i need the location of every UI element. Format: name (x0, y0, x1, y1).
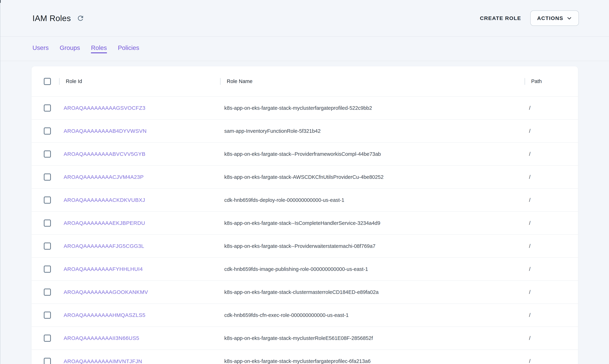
role-name-text: sam-app-InventoryFunctionRole-5f321b42 (224, 128, 320, 134)
row-checkbox[interactable] (44, 220, 51, 227)
row-checkbox[interactable] (44, 196, 51, 204)
row-checkbox[interactable] (44, 312, 51, 319)
path-text: / (529, 151, 530, 157)
role-id-cell: AROAQAAAAAAAAFYHHLHUI4 (59, 258, 220, 281)
row-checkbox[interactable] (44, 289, 51, 296)
path-cell: / (525, 350, 578, 364)
tab-users[interactable]: Users (32, 44, 49, 53)
role-id-link[interactable]: AROAQAAAAAAAAAGSVOCFZ3 (64, 105, 145, 111)
table-row: AROAQAAAAAAAAAGSVOCFZ3 k8s-app-on-eks-fa… (32, 96, 578, 119)
content-area: Role Id Role Name Path AROAQAAAAAAAAAGSV… (0, 61, 609, 364)
path-text: / (529, 358, 530, 364)
role-id-cell: AROAQAAAAAAAABVCVV5GYB (59, 143, 220, 166)
role-name-text: k8s-app-on-eks-fargate-stack-AWSCDKCfnUt… (224, 174, 384, 180)
role-id-cell: AROAQAAAAAAAAAGSVOCFZ3 (59, 96, 220, 119)
path-text: / (529, 335, 530, 341)
table-header-row: Role Id Role Name Path (32, 66, 578, 96)
role-id-link[interactable]: AROAQAAAAAAAAEKJBPERDU (64, 220, 145, 226)
role-name-text: k8s-app-on-eks-fargate-stack--IsComplete… (224, 220, 380, 226)
tab-policies[interactable]: Policies (118, 44, 139, 53)
path-cell: / (525, 96, 578, 119)
path-cell: / (525, 143, 578, 166)
role-id-link[interactable]: AROAQAAAAAAAAGOOKANKMV (64, 289, 148, 295)
role-id-cell: AROAQAAAAAAAAIMVNTJFJN (59, 350, 220, 364)
path-text: / (529, 220, 530, 226)
select-all-checkbox[interactable] (44, 78, 51, 85)
role-name-text: k8s-app-on-eks-fargate-stack--Providerwa… (224, 243, 375, 249)
table-row: AROAQAAAAAAAAHMQASZLS5 cdk-hnb659fds-cfn… (32, 304, 578, 327)
select-all-cell (32, 66, 59, 96)
role-id-cell: AROAQAAAAAAAAII3N66US5 (59, 327, 220, 350)
role-id-link[interactable]: AROAQAAAAAAAABVCVV5GYB (64, 151, 145, 157)
table-row: AROAQAAAAAAAAIMVNTJFJN k8s-app-on-eks-fa… (32, 350, 578, 364)
role-id-link[interactable]: AROAQAAAAAAAAIMVNTJFJN (64, 358, 142, 364)
path-text: / (529, 128, 530, 134)
role-name-text: k8s-app-on-eks-fargate-stack-clustermast… (224, 289, 378, 295)
iam-roles-page: { "page": { "title": "IAM Roles" }, "hea… (0, 0, 609, 364)
role-id-cell: AROAQAAAAAAAACKDKVUBXJ (59, 189, 220, 212)
row-checkbox[interactable] (44, 266, 51, 273)
table-row: AROAQAAAAAAAAFYHHLHUI4 cdk-hnb659fds-ima… (32, 258, 578, 281)
row-checkbox[interactable] (44, 151, 51, 157)
row-checkbox-cell (32, 304, 59, 327)
row-checkbox[interactable] (44, 243, 51, 250)
role-name-text: cdk-hnb659fds-deploy-role-000000000000-u… (224, 197, 344, 203)
role-name-cell: k8s-app-on-eks-fargate-stack-myclusterRo… (220, 327, 525, 350)
row-checkbox-cell (32, 119, 59, 143)
role-id-cell: AROAQAAAAAAAACJVM4A23P (59, 166, 220, 189)
path-cell: / (525, 212, 578, 234)
column-header-role-id: Role Id (59, 66, 220, 96)
iam-tabs: Users Groups Roles Policies (0, 37, 609, 61)
role-name-text: cdk-hnb659fds-image-publishing-role-0000… (224, 266, 368, 272)
role-name-cell: k8s-app-on-eks-fargate-stack--IsComplete… (220, 212, 525, 234)
role-name-cell: cdk-hnb659fds-cfn-exec-role-000000000000… (220, 304, 525, 327)
left-edge-line (0, 0, 0, 364)
create-role-button[interactable]: CREATE ROLE (480, 15, 521, 21)
role-name-cell: sam-app-InventoryFunctionRole-5f321b42 (220, 119, 525, 143)
role-id-link[interactable]: AROAQAAAAAAAAB4DYVWSVN (64, 128, 147, 134)
path-text: / (529, 243, 530, 249)
path-text: / (529, 289, 530, 295)
table-row: AROAQAAAAAAAAB4DYVWSVN sam-app-Inventory… (32, 119, 578, 143)
path-cell: / (525, 166, 578, 189)
roles-table: Role Id Role Name Path AROAQAAAAAAAAAGSV… (32, 66, 578, 364)
role-id-link[interactable]: AROAQAAAAAAAACJVM4A23P (64, 174, 144, 180)
row-checkbox-cell (32, 281, 59, 304)
role-name-cell: k8s-app-on-eks-fargate-stack-myclusterfa… (220, 350, 525, 364)
role-id-link[interactable]: AROAQAAAAAAAACKDKVUBXJ (64, 197, 145, 203)
page-title: IAM Roles (32, 13, 71, 23)
path-cell: / (525, 327, 578, 350)
row-checkbox-cell (32, 143, 59, 166)
top-bar: IAM Roles CREATE ROLE ACTIONS (0, 0, 609, 37)
tab-roles[interactable]: Roles (91, 44, 107, 53)
table-row: AROAQAAAAAAAAII3N66US5 k8s-app-on-eks-fa… (32, 327, 578, 350)
row-checkbox[interactable] (44, 128, 51, 135)
path-cell: / (525, 189, 578, 212)
row-checkbox[interactable] (44, 173, 51, 181)
role-id-link[interactable]: AROAQAAAAAAAAFJG5CGG3L (64, 243, 144, 249)
role-id-cell: AROAQAAAAAAAAHMQASZLS5 (59, 304, 220, 327)
tab-groups[interactable]: Groups (60, 44, 80, 53)
actions-button-label: ACTIONS (537, 15, 563, 21)
role-name-cell: k8s-app-on-eks-fargate-stack-AWSCDKCfnUt… (220, 166, 525, 189)
row-checkbox[interactable] (44, 358, 51, 364)
row-checkbox-cell (32, 189, 59, 212)
path-cell: / (525, 234, 578, 258)
role-id-link[interactable]: AROAQAAAAAAAAHMQASZLS5 (64, 312, 145, 318)
row-checkbox[interactable] (44, 104, 51, 112)
table-row: AROAQAAAAAAAABVCVV5GYB k8s-app-on-eks-fa… (32, 143, 578, 166)
table-row: AROAQAAAAAAAAGOOKANKMV k8s-app-on-eks-fa… (32, 281, 578, 304)
path-text: / (529, 266, 530, 272)
refresh-button[interactable] (76, 14, 85, 23)
row-checkbox[interactable] (44, 335, 51, 342)
table-row: AROAQAAAAAAAACKDKVUBXJ cdk-hnb659fds-dep… (32, 189, 578, 212)
role-name-cell: k8s-app-on-eks-fargate-stack-clustermast… (220, 281, 525, 304)
path-text: / (529, 174, 530, 180)
role-name-cell: cdk-hnb659fds-deploy-role-000000000000-u… (220, 189, 525, 212)
path-cell: / (525, 119, 578, 143)
role-id-link[interactable]: AROAQAAAAAAAAFYHHLHUI4 (64, 266, 143, 272)
path-cell: / (525, 258, 578, 281)
actions-dropdown-button[interactable]: ACTIONS (530, 11, 579, 26)
row-checkbox-cell (32, 96, 59, 119)
role-id-link[interactable]: AROAQAAAAAAAAII3N66US5 (64, 335, 139, 341)
